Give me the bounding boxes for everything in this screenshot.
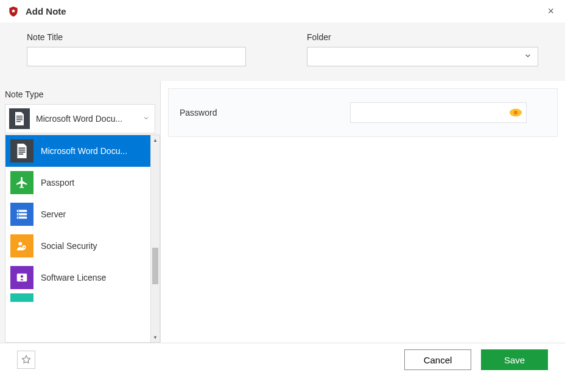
person-shield-icon (10, 234, 33, 257)
footer: Cancel Save (0, 343, 565, 376)
note-type-selector[interactable]: Microsoft Word Docu... (5, 104, 155, 133)
scroll-down-arrow-icon[interactable]: ▼ (151, 332, 160, 342)
note-type-selected-label: Microsoft Word Docu... (36, 114, 142, 124)
license-icon (10, 266, 33, 289)
note-type-item-label: Microsoft Word Docu... (41, 146, 146, 156)
generic-icon (10, 293, 33, 302)
sidebar: Note Type Microsoft Word Docu... Microso… (0, 81, 161, 343)
svg-point-10 (514, 111, 518, 114)
server-icon (10, 203, 33, 226)
reveal-password-button[interactable] (508, 107, 523, 118)
star-icon (21, 354, 32, 365)
note-type-list: Microsoft Word Docu... Passport Server (5, 135, 150, 343)
document-icon (9, 108, 30, 129)
folder-group: Folder (307, 32, 538, 66)
cancel-button[interactable]: Cancel (404, 349, 471, 370)
note-type-item-label: Passport (41, 178, 146, 187)
note-type-item-label: Social Security (41, 241, 146, 251)
close-button[interactable]: × (544, 5, 558, 18)
note-type-item[interactable]: Social Security (5, 230, 150, 262)
svg-point-8 (21, 275, 23, 278)
document-icon (10, 139, 33, 163)
note-type-item-label: Software License (41, 273, 146, 282)
svg-point-3 (18, 211, 19, 212)
scrollbar[interactable]: ▲ ▼ (150, 135, 160, 343)
svg-point-6 (18, 242, 22, 245)
main-panel: Password (161, 81, 565, 343)
eye-icon (509, 108, 522, 117)
note-type-item[interactable] (5, 293, 150, 302)
password-label: Password (180, 108, 350, 117)
folder-select[interactable] (307, 47, 538, 66)
content-area: Note Type Microsoft Word Docu... Microso… (0, 81, 565, 343)
save-button[interactable]: Save (481, 349, 548, 370)
favorite-button[interactable] (17, 351, 35, 369)
note-title-group: Note Title (27, 32, 246, 66)
svg-point-5 (18, 217, 19, 219)
titlebar: Add Note × (0, 0, 565, 23)
scroll-track[interactable] (151, 145, 160, 332)
top-form: Note Title Folder (0, 23, 565, 81)
note-title-label: Note Title (27, 32, 246, 42)
note-title-input[interactable] (27, 47, 246, 66)
note-type-item-label: Server (41, 209, 146, 219)
folder-label: Folder (307, 32, 538, 42)
note-type-item[interactable]: Software License (5, 262, 150, 293)
note-type-item[interactable]: Server (5, 198, 150, 230)
chevron-down-icon (142, 114, 150, 124)
app-logo-icon (7, 5, 19, 18)
note-type-item[interactable]: Microsoft Word Docu... (5, 135, 150, 167)
note-type-label: Note Type (0, 89, 160, 104)
plane-icon (10, 171, 33, 194)
password-field-row: Password (168, 88, 558, 137)
password-input[interactable] (350, 102, 527, 123)
scroll-thumb[interactable] (152, 248, 158, 284)
window-title: Add Note (26, 6, 544, 16)
note-type-item[interactable]: Passport (5, 167, 150, 198)
scroll-up-arrow-icon[interactable]: ▲ (151, 135, 160, 145)
svg-point-4 (18, 214, 19, 215)
